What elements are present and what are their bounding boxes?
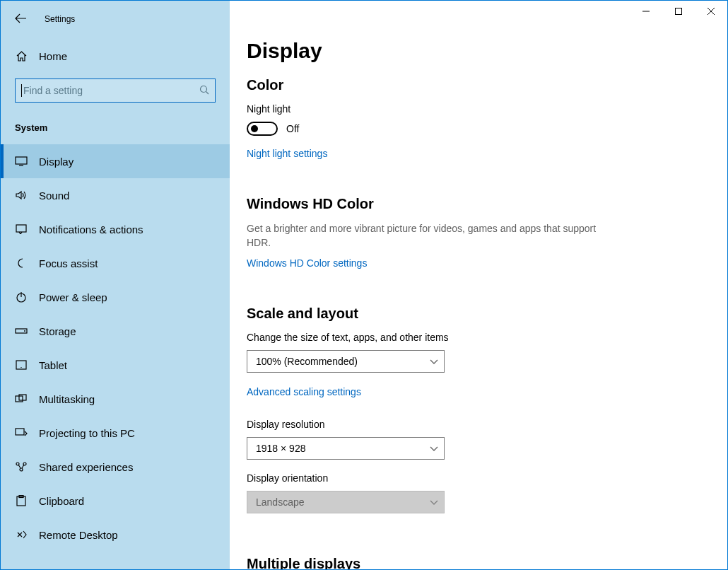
sound-icon xyxy=(15,190,28,200)
hdcolor-description: Get a brighter and more vibrant picture … xyxy=(247,222,600,250)
svg-point-8 xyxy=(24,330,25,332)
sidebar-item-tablet[interactable]: Tablet xyxy=(1,348,230,382)
scale-size-dropdown[interactable]: 100% (Recommended) xyxy=(247,350,445,373)
back-arrow-icon[interactable] xyxy=(15,12,26,27)
search-input-container[interactable] xyxy=(15,78,216,103)
sidebar-item-notifications[interactable]: Notifications & actions xyxy=(1,212,230,246)
night-light-toggle-row: Off xyxy=(247,122,727,136)
sidebar-item-remote-desktop[interactable]: Remote Desktop xyxy=(1,518,230,552)
sidebar-item-sound[interactable]: Sound xyxy=(1,178,230,212)
night-light-toggle[interactable] xyxy=(247,122,278,136)
sidebar-item-multitasking[interactable]: Multitasking xyxy=(1,382,230,416)
minimize-button[interactable] xyxy=(630,1,662,22)
section-hdcolor-heading: Windows HD Color xyxy=(247,196,727,212)
storage-icon xyxy=(15,327,28,335)
svg-rect-13 xyxy=(16,429,24,435)
page-title: Display xyxy=(247,39,727,63)
project-icon xyxy=(15,428,28,438)
sidebar-item-label: Clipboard xyxy=(39,495,84,507)
svg-point-16 xyxy=(20,468,23,471)
scale-size-label: Change the size of text, apps, and other… xyxy=(247,332,727,343)
section-multiple-heading: Multiple displays xyxy=(247,556,727,569)
home-nav-item[interactable]: Home xyxy=(1,39,230,73)
section-scale-heading: Scale and layout xyxy=(247,306,727,322)
category-label: System xyxy=(1,122,230,133)
night-light-settings-link[interactable]: Night light settings xyxy=(247,148,327,159)
svg-rect-4 xyxy=(16,225,26,232)
sidebar-item-label: Shared experiences xyxy=(39,461,133,473)
sidebar-item-storage[interactable]: Storage xyxy=(1,314,230,348)
power-icon xyxy=(15,291,28,303)
resolution-label: Display resolution xyxy=(247,419,727,430)
chevron-down-icon xyxy=(430,356,438,367)
home-icon xyxy=(15,50,28,62)
multitasking-icon xyxy=(15,394,28,404)
sidebar-item-label: Multitasking xyxy=(39,393,95,405)
shared-icon xyxy=(15,461,28,472)
sidebar-item-label: Tablet xyxy=(39,359,67,371)
svg-rect-20 xyxy=(676,8,682,15)
hdcolor-settings-link[interactable]: Windows HD Color settings xyxy=(247,257,367,269)
chevron-down-icon xyxy=(430,496,438,508)
tablet-icon xyxy=(15,360,28,370)
sidebar-item-shared-experiences[interactable]: Shared experiences xyxy=(1,450,230,484)
sidebar-item-label: Projecting to this PC xyxy=(39,427,135,439)
sidebar-item-clipboard[interactable]: Clipboard xyxy=(1,484,230,518)
svg-point-0 xyxy=(201,86,207,92)
clipboard-icon xyxy=(15,495,28,506)
orientation-label: Display orientation xyxy=(247,472,727,484)
chevron-down-icon xyxy=(430,443,438,454)
sidebar-header: Settings xyxy=(1,1,230,29)
search-input[interactable] xyxy=(23,85,199,96)
svg-rect-9 xyxy=(16,361,26,369)
window-controls xyxy=(630,1,727,22)
text-cursor xyxy=(21,84,22,97)
sidebar-item-label: Focus assist xyxy=(39,257,98,269)
sidebar-item-power-sleep[interactable]: Power & sleep xyxy=(1,280,230,314)
sidebar-item-focus-assist[interactable]: Focus assist xyxy=(1,246,230,280)
close-button[interactable] xyxy=(695,1,727,22)
sidebar-item-label: Display xyxy=(39,156,74,168)
sidebar-item-label: Power & sleep xyxy=(39,291,107,303)
remote-icon xyxy=(15,530,28,540)
svg-rect-2 xyxy=(16,157,27,164)
svg-line-1 xyxy=(206,91,209,94)
sidebar-item-display[interactable]: Display xyxy=(1,144,230,178)
home-label: Home xyxy=(39,50,67,62)
nav-list: Display Sound Notifications & actions Fo… xyxy=(1,144,230,552)
sidebar-item-label: Storage xyxy=(39,325,76,337)
maximize-button[interactable] xyxy=(662,1,695,22)
resolution-dropdown[interactable]: 1918 × 928 xyxy=(247,437,445,460)
app-title: Settings xyxy=(45,14,75,24)
sidebar: Settings Home System Display Sound xyxy=(1,1,230,569)
notifications-icon xyxy=(15,224,28,234)
sidebar-item-label: Notifications & actions xyxy=(39,223,143,235)
night-light-label: Night light xyxy=(247,103,727,115)
toggle-knob xyxy=(251,125,258,132)
night-light-state: Off xyxy=(286,123,299,134)
section-color-heading: Color xyxy=(247,77,727,93)
content-area: Display Color Night light Off Night ligh… xyxy=(230,1,727,569)
advanced-scaling-link[interactable]: Advanced scaling settings xyxy=(247,386,361,397)
sidebar-item-projecting[interactable]: Projecting to this PC xyxy=(1,416,230,450)
orientation-value: Landscape xyxy=(256,496,305,508)
resolution-value: 1918 × 928 xyxy=(256,443,305,454)
scale-size-value: 100% (Recommended) xyxy=(256,356,358,367)
main-content: Display Color Night light Off Night ligh… xyxy=(230,1,727,569)
moon-icon xyxy=(15,257,28,269)
orientation-dropdown: Landscape xyxy=(247,491,445,513)
search-icon xyxy=(199,85,209,97)
sidebar-item-label: Remote Desktop xyxy=(39,529,118,541)
sidebar-item-label: Sound xyxy=(39,190,69,202)
display-icon xyxy=(15,156,28,166)
